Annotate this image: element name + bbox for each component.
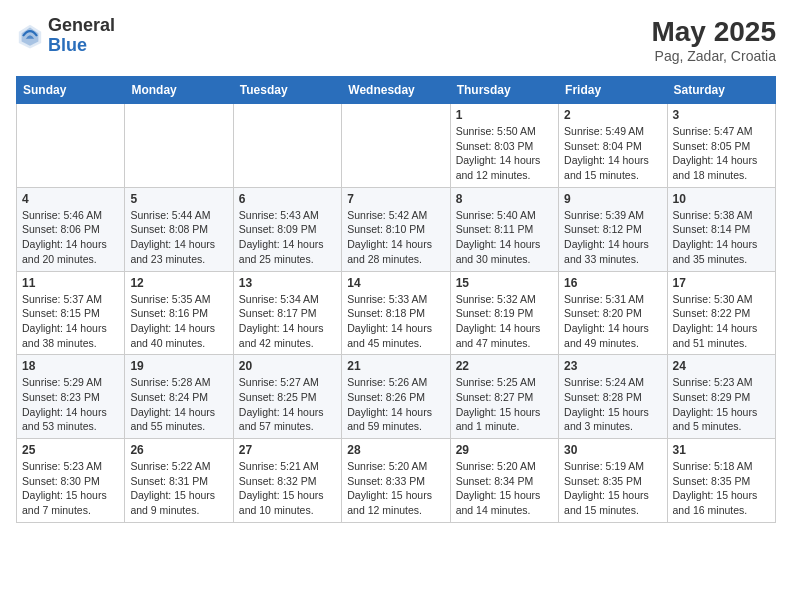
day-number: 30 [564,443,661,457]
day-number: 17 [673,276,770,290]
page-header: General Blue May 2025 Pag, Zadar, Croati… [16,16,776,64]
day-number: 22 [456,359,553,373]
day-number: 11 [22,276,119,290]
location-subtitle: Pag, Zadar, Croatia [651,48,776,64]
calendar-cell: 5Sunrise: 5:44 AMSunset: 8:08 PMDaylight… [125,187,233,271]
calendar-cell: 15Sunrise: 5:32 AMSunset: 8:19 PMDayligh… [450,271,558,355]
calendar-cell: 4Sunrise: 5:46 AMSunset: 8:06 PMDaylight… [17,187,125,271]
day-number: 25 [22,443,119,457]
logo-general-text: General [48,15,115,35]
day-number: 19 [130,359,227,373]
calendar-week-row: 18Sunrise: 5:29 AMSunset: 8:23 PMDayligh… [17,355,776,439]
day-number: 6 [239,192,336,206]
weekday-header-tuesday: Tuesday [233,77,341,104]
day-info: Sunrise: 5:46 AMSunset: 8:06 PMDaylight:… [22,208,119,267]
calendar-cell: 25Sunrise: 5:23 AMSunset: 8:30 PMDayligh… [17,439,125,523]
day-info: Sunrise: 5:18 AMSunset: 8:35 PMDaylight:… [673,459,770,518]
day-info: Sunrise: 5:27 AMSunset: 8:25 PMDaylight:… [239,375,336,434]
day-number: 4 [22,192,119,206]
day-info: Sunrise: 5:33 AMSunset: 8:18 PMDaylight:… [347,292,444,351]
day-number: 29 [456,443,553,457]
calendar-week-row: 11Sunrise: 5:37 AMSunset: 8:15 PMDayligh… [17,271,776,355]
day-number: 21 [347,359,444,373]
logo: General Blue [16,16,115,56]
weekday-header-thursday: Thursday [450,77,558,104]
day-number: 31 [673,443,770,457]
day-info: Sunrise: 5:19 AMSunset: 8:35 PMDaylight:… [564,459,661,518]
day-info: Sunrise: 5:35 AMSunset: 8:16 PMDaylight:… [130,292,227,351]
day-info: Sunrise: 5:23 AMSunset: 8:29 PMDaylight:… [673,375,770,434]
day-info: Sunrise: 5:28 AMSunset: 8:24 PMDaylight:… [130,375,227,434]
weekday-header-saturday: Saturday [667,77,775,104]
day-info: Sunrise: 5:23 AMSunset: 8:30 PMDaylight:… [22,459,119,518]
logo-icon [16,22,44,50]
day-info: Sunrise: 5:50 AMSunset: 8:03 PMDaylight:… [456,124,553,183]
calendar-cell: 29Sunrise: 5:20 AMSunset: 8:34 PMDayligh… [450,439,558,523]
day-number: 9 [564,192,661,206]
calendar-week-row: 4Sunrise: 5:46 AMSunset: 8:06 PMDaylight… [17,187,776,271]
day-number: 20 [239,359,336,373]
calendar-cell: 3Sunrise: 5:47 AMSunset: 8:05 PMDaylight… [667,104,775,188]
calendar-cell: 18Sunrise: 5:29 AMSunset: 8:23 PMDayligh… [17,355,125,439]
weekday-header-wednesday: Wednesday [342,77,450,104]
calendar-header-row: SundayMondayTuesdayWednesdayThursdayFrid… [17,77,776,104]
day-info: Sunrise: 5:47 AMSunset: 8:05 PMDaylight:… [673,124,770,183]
calendar-cell: 22Sunrise: 5:25 AMSunset: 8:27 PMDayligh… [450,355,558,439]
day-number: 24 [673,359,770,373]
calendar-cell: 2Sunrise: 5:49 AMSunset: 8:04 PMDaylight… [559,104,667,188]
calendar-cell: 11Sunrise: 5:37 AMSunset: 8:15 PMDayligh… [17,271,125,355]
day-info: Sunrise: 5:22 AMSunset: 8:31 PMDaylight:… [130,459,227,518]
day-info: Sunrise: 5:24 AMSunset: 8:28 PMDaylight:… [564,375,661,434]
calendar-cell: 12Sunrise: 5:35 AMSunset: 8:16 PMDayligh… [125,271,233,355]
logo-text: General Blue [48,16,115,56]
title-block: May 2025 Pag, Zadar, Croatia [651,16,776,64]
calendar-cell: 17Sunrise: 5:30 AMSunset: 8:22 PMDayligh… [667,271,775,355]
day-number: 8 [456,192,553,206]
weekday-header-sunday: Sunday [17,77,125,104]
calendar-cell: 9Sunrise: 5:39 AMSunset: 8:12 PMDaylight… [559,187,667,271]
day-info: Sunrise: 5:21 AMSunset: 8:32 PMDaylight:… [239,459,336,518]
calendar-cell: 26Sunrise: 5:22 AMSunset: 8:31 PMDayligh… [125,439,233,523]
calendar-cell [342,104,450,188]
day-number: 3 [673,108,770,122]
calendar-cell: 31Sunrise: 5:18 AMSunset: 8:35 PMDayligh… [667,439,775,523]
weekday-header-friday: Friday [559,77,667,104]
day-number: 13 [239,276,336,290]
day-info: Sunrise: 5:30 AMSunset: 8:22 PMDaylight:… [673,292,770,351]
day-number: 18 [22,359,119,373]
calendar-cell: 1Sunrise: 5:50 AMSunset: 8:03 PMDaylight… [450,104,558,188]
calendar-cell: 6Sunrise: 5:43 AMSunset: 8:09 PMDaylight… [233,187,341,271]
calendar-cell: 16Sunrise: 5:31 AMSunset: 8:20 PMDayligh… [559,271,667,355]
day-info: Sunrise: 5:40 AMSunset: 8:11 PMDaylight:… [456,208,553,267]
calendar-cell: 28Sunrise: 5:20 AMSunset: 8:33 PMDayligh… [342,439,450,523]
day-info: Sunrise: 5:26 AMSunset: 8:26 PMDaylight:… [347,375,444,434]
day-number: 27 [239,443,336,457]
calendar-cell: 21Sunrise: 5:26 AMSunset: 8:26 PMDayligh… [342,355,450,439]
calendar-cell: 7Sunrise: 5:42 AMSunset: 8:10 PMDaylight… [342,187,450,271]
day-info: Sunrise: 5:39 AMSunset: 8:12 PMDaylight:… [564,208,661,267]
day-number: 5 [130,192,227,206]
day-number: 26 [130,443,227,457]
calendar-cell: 20Sunrise: 5:27 AMSunset: 8:25 PMDayligh… [233,355,341,439]
day-number: 2 [564,108,661,122]
day-number: 15 [456,276,553,290]
calendar-cell: 23Sunrise: 5:24 AMSunset: 8:28 PMDayligh… [559,355,667,439]
calendar-cell: 19Sunrise: 5:28 AMSunset: 8:24 PMDayligh… [125,355,233,439]
calendar-cell: 13Sunrise: 5:34 AMSunset: 8:17 PMDayligh… [233,271,341,355]
day-info: Sunrise: 5:32 AMSunset: 8:19 PMDaylight:… [456,292,553,351]
day-info: Sunrise: 5:42 AMSunset: 8:10 PMDaylight:… [347,208,444,267]
day-info: Sunrise: 5:38 AMSunset: 8:14 PMDaylight:… [673,208,770,267]
day-number: 1 [456,108,553,122]
day-info: Sunrise: 5:20 AMSunset: 8:33 PMDaylight:… [347,459,444,518]
calendar-cell [125,104,233,188]
day-info: Sunrise: 5:44 AMSunset: 8:08 PMDaylight:… [130,208,227,267]
day-info: Sunrise: 5:31 AMSunset: 8:20 PMDaylight:… [564,292,661,351]
day-number: 12 [130,276,227,290]
day-info: Sunrise: 5:25 AMSunset: 8:27 PMDaylight:… [456,375,553,434]
month-year-title: May 2025 [651,16,776,48]
day-info: Sunrise: 5:29 AMSunset: 8:23 PMDaylight:… [22,375,119,434]
weekday-header-monday: Monday [125,77,233,104]
calendar-week-row: 25Sunrise: 5:23 AMSunset: 8:30 PMDayligh… [17,439,776,523]
day-number: 28 [347,443,444,457]
day-info: Sunrise: 5:49 AMSunset: 8:04 PMDaylight:… [564,124,661,183]
